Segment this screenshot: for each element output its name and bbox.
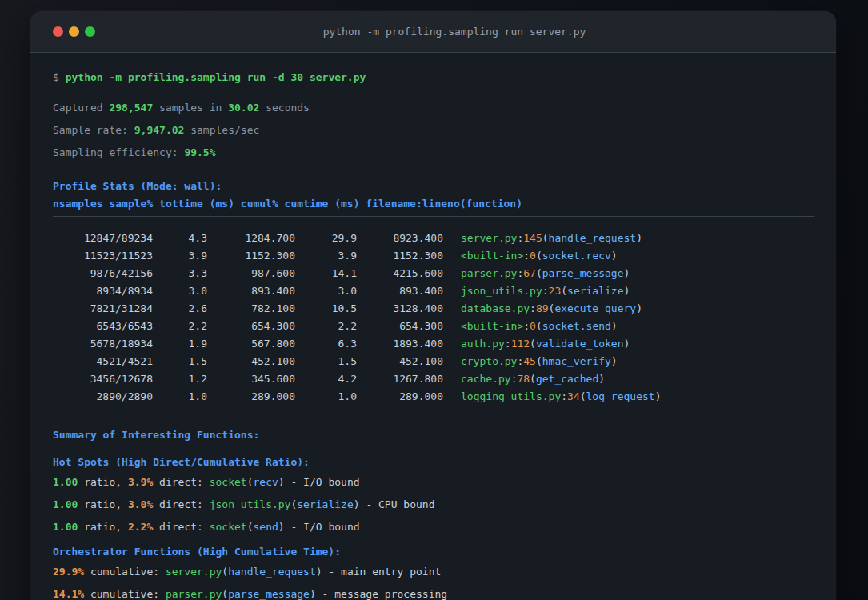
cumtime-cell: 893.400 xyxy=(357,282,443,300)
function-ref: socket(recv) xyxy=(210,476,285,488)
open-paren: ( xyxy=(542,232,549,244)
stats-row: 7821/312842.6782.10010.53128.400database… xyxy=(53,300,814,318)
cumulative-pct: 29.9% xyxy=(53,566,84,578)
cumtime-cell: 8923.400 xyxy=(357,230,443,247)
lineno: 0 xyxy=(530,320,536,332)
hot-spots-list: 1.00 ratio, 3.9% direct: socket(recv) - … xyxy=(53,475,814,534)
minimize-button[interactable] xyxy=(69,26,79,37)
nsamples-cell: 7821/31284 xyxy=(53,300,153,318)
nsamples-cell: 11523/11523 xyxy=(53,247,153,265)
cumul-pct-cell: 3.9 xyxy=(295,247,357,265)
ratio-value: 1.00 xyxy=(53,476,78,488)
ratio-value: 1.00 xyxy=(53,498,78,510)
close-paren: ) xyxy=(278,521,285,533)
direct-pct: 2.2% xyxy=(128,521,153,533)
lineno: 145 xyxy=(523,232,542,244)
stats-row: 3456/126781.2345.6004.21267.800cache.py:… xyxy=(53,370,814,388)
target-name: parser.py xyxy=(166,588,222,600)
lineno: 112 xyxy=(511,338,530,350)
close-paren: ) xyxy=(316,566,322,578)
cumtime-cell: 654.300 xyxy=(357,318,443,335)
efficiency-label: Sampling efficiency: xyxy=(53,146,178,158)
tottime-cell: 452.100 xyxy=(207,353,295,370)
function-cell: crypto.py:45(hmac_verify) xyxy=(461,353,618,370)
open-paren: ( xyxy=(247,521,254,533)
stats-row: 8934/89343.0893.4003.0893.400json_utils.… xyxy=(53,282,814,300)
open-paren: ( xyxy=(222,588,228,600)
cumtime-cell: 1893.400 xyxy=(357,335,443,353)
target-name: socket xyxy=(210,476,247,488)
open-paren: ( xyxy=(580,390,586,402)
stats-row: 9876/421563.3987.60014.14215.600parser.p… xyxy=(53,265,814,282)
function-name: recv xyxy=(254,476,278,488)
duration-value: 30.02 xyxy=(228,102,259,114)
target-name: socket xyxy=(210,521,247,533)
summary-section-title: Summary of Interesting Functions: xyxy=(53,428,814,442)
nsamples-cell: 4521/4521 xyxy=(53,353,153,370)
function-name: send xyxy=(254,521,278,533)
orchestrators-list: 29.9% cumulative: server.py(handle_reque… xyxy=(53,565,814,600)
role-note: - message processing xyxy=(322,588,448,600)
sample-pct-cell: 1.9 xyxy=(153,335,207,353)
sample-rate-unit: samples/sec xyxy=(190,124,259,136)
cumulative-pct: 14.1% xyxy=(53,588,84,600)
close-button[interactable] xyxy=(53,26,63,37)
function-cell: <built-in>:0(socket.send) xyxy=(461,318,618,335)
stats-row: 11523/115233.91152.3003.91152.300<built-… xyxy=(53,247,814,265)
cumul-pct-cell: 6.3 xyxy=(295,335,357,353)
shell-prompt: $ xyxy=(53,71,59,83)
stats-row: 12847/892344.31284.70029.98923.400server… xyxy=(53,230,814,247)
open-paren: ( xyxy=(536,320,542,332)
function-cell: json_utils.py:23(serialize) xyxy=(461,282,630,300)
cumtime-cell: 4215.600 xyxy=(357,265,443,282)
cumul-pct-cell: 2.2 xyxy=(295,318,357,335)
cumtime-cell: 1267.800 xyxy=(357,370,443,388)
hot-spot-line: 1.00 ratio, 3.0% direct: json_utils.py(s… xyxy=(53,498,814,512)
command-line: $ python -m profiling.sampling run -d 30… xyxy=(53,70,814,85)
tottime-cell: 782.100 xyxy=(207,300,295,318)
lineno: 45 xyxy=(523,355,536,367)
function-cell: server.py:145(handle_request) xyxy=(461,230,642,247)
stats-row: 5678/189341.9567.8006.31893.400auth.py:1… xyxy=(53,335,814,353)
terminal-output: $ python -m profiling.sampling run -d 30… xyxy=(30,53,836,600)
lineno: 67 xyxy=(523,267,536,279)
captured-line: Captured 298,547 samples in 30.02 second… xyxy=(53,101,814,115)
sample-pct-cell: 1.2 xyxy=(153,370,207,388)
maximize-button[interactable] xyxy=(85,26,95,37)
function-ref: json_utils.py(serialize) xyxy=(210,498,360,510)
function-name: socket.send xyxy=(542,320,611,332)
lineno: 23 xyxy=(549,285,562,297)
sample-rate-line: Sample rate: 9,947.02 samples/sec xyxy=(53,123,814,138)
captured-label-post: seconds xyxy=(266,102,310,114)
function-cell: logging_utils.py:34(log_request) xyxy=(461,388,661,406)
sample-rate-label: Sample rate: xyxy=(53,124,128,136)
efficiency-value: 99.5% xyxy=(184,146,215,158)
captured-label: Captured xyxy=(53,102,103,114)
colon-separator: : xyxy=(561,390,567,402)
nsamples-cell: 5678/18934 xyxy=(53,335,153,353)
sample-rate-value: 9,947.02 xyxy=(134,124,185,136)
titlebar[interactable]: python -m profiling.sampling run server.… xyxy=(30,11,836,53)
nsamples-cell: 6543/6543 xyxy=(53,318,153,335)
lineno: 78 xyxy=(517,373,530,385)
filename: parser.py xyxy=(461,267,517,279)
cumul-pct-cell: 1.0 xyxy=(295,388,357,406)
ratio-label: ratio, xyxy=(84,476,122,488)
lineno: 89 xyxy=(536,302,549,314)
traffic-lights xyxy=(53,26,95,37)
colon-separator: : xyxy=(505,338,511,350)
hot-spots-title: Hot Spots (High Direct/Cumulative Ratio)… xyxy=(53,455,814,470)
target-name: server.py xyxy=(166,566,222,578)
direct-label: direct: xyxy=(159,476,203,488)
target-name: json_utils.py xyxy=(210,498,291,510)
filename: auth.py xyxy=(461,338,505,350)
sample-pct-cell: 4.3 xyxy=(153,230,207,247)
function-name: parse_message xyxy=(228,588,310,600)
cumul-pct-cell: 14.1 xyxy=(295,265,357,282)
sample-pct-cell: 3.3 xyxy=(153,265,207,282)
function-cell: parser.py:67(parse_message) xyxy=(461,265,630,282)
filename: server.py xyxy=(461,232,517,244)
open-paren: ( xyxy=(561,285,567,297)
direct-pct: 3.0% xyxy=(128,498,153,510)
close-paren: ) xyxy=(354,498,360,510)
